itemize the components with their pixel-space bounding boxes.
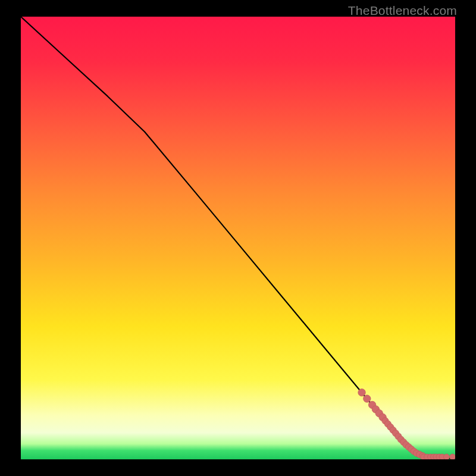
chart-stage: TheBottleneck.com <box>0 0 476 476</box>
chart-line <box>21 17 455 459</box>
chart-marker <box>358 389 365 396</box>
watermark-text: TheBottleneck.com <box>348 4 457 18</box>
chart-panel <box>21 17 455 459</box>
chart-marker <box>450 454 455 459</box>
chart-svg <box>21 17 455 459</box>
chart-marker <box>443 454 449 459</box>
chart-markers <box>358 389 455 459</box>
chart-marker <box>364 395 371 402</box>
